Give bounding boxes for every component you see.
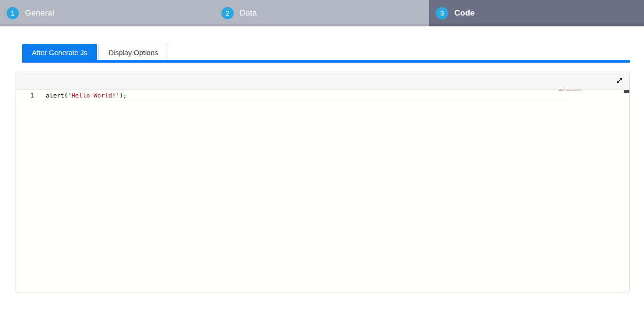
- line-number: 1: [16, 91, 41, 99]
- tab-bar: After Generate Js Display Options: [22, 44, 168, 61]
- editor-toolbar: [16, 72, 629, 90]
- expand-icon[interactable]: [613, 74, 626, 87]
- active-line-underline: [19, 100, 567, 100]
- step-1-badge: 1: [7, 7, 19, 19]
- code-text: alert('Hello World!');: [41, 91, 127, 99]
- wizard-step-code[interactable]: 3 Code: [429, 0, 644, 26]
- step-3-label: Code: [454, 8, 474, 18]
- wizard-step-bar: 1 General 2 Data 3 Code: [0, 0, 644, 26]
- editor-code-area[interactable]: 1 alert('Hello World!'); alert('Hello Wo…: [16, 90, 629, 293]
- code-editor-panel: 1 alert('Hello World!'); alert('Hello Wo…: [16, 72, 630, 293]
- step-1-label: General: [25, 8, 54, 18]
- step-3-badge: 3: [436, 7, 448, 19]
- tab-after-generate-js[interactable]: After Generate Js: [22, 44, 97, 61]
- code-token-call: alert(: [46, 92, 68, 99]
- tab-display-options[interactable]: Display Options: [98, 44, 168, 61]
- code-minimap-text: alert('Hello World!');: [559, 89, 584, 91]
- scrollbar-thumb[interactable]: [624, 90, 629, 93]
- wizard-step-data[interactable]: 2 Data: [215, 0, 430, 26]
- step-2-badge: 2: [221, 7, 234, 19]
- editor-vertical-scrollbar[interactable]: [623, 90, 629, 293]
- code-line-1: 1 alert('Hello World!');: [16, 90, 629, 99]
- code-token-close: );: [120, 92, 127, 99]
- tab-accent-underline: [22, 60, 630, 63]
- code-token-string: 'Hello World!': [68, 92, 120, 99]
- wizard-step-general[interactable]: 1 General: [0, 0, 215, 26]
- step-2-label: Data: [240, 8, 257, 18]
